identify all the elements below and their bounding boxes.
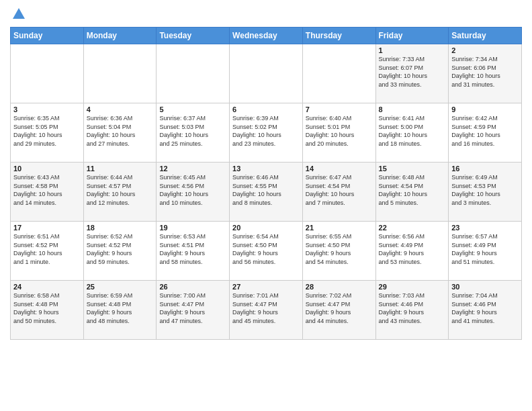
calendar-cell: 20Sunrise: 6:54 AM Sunset: 4:50 PM Dayli… xyxy=(230,222,303,281)
calendar: SundayMondayTuesdayWednesdayThursdayFrid… xyxy=(10,27,522,340)
calendar-week-2: 3Sunrise: 6:35 AM Sunset: 5:05 PM Daylig… xyxy=(11,103,522,163)
calendar-cell: 24Sunrise: 6:58 AM Sunset: 4:48 PM Dayli… xyxy=(11,281,84,340)
day-detail: Sunrise: 6:36 AM Sunset: 5:04 PM Dayligh… xyxy=(87,114,154,148)
calendar-cell: 9Sunrise: 6:42 AM Sunset: 4:59 PM Daylig… xyxy=(449,103,522,163)
calendar-cell xyxy=(230,44,303,103)
day-detail: Sunrise: 7:01 AM Sunset: 4:47 PM Dayligh… xyxy=(232,291,300,325)
day-detail: Sunrise: 6:47 AM Sunset: 4:54 PM Dayligh… xyxy=(306,173,373,207)
calendar-cell: 3Sunrise: 6:35 AM Sunset: 5:05 PM Daylig… xyxy=(11,103,84,163)
day-detail: Sunrise: 6:51 AM Sunset: 4:52 PM Dayligh… xyxy=(13,232,81,266)
day-number: 11 xyxy=(87,165,154,173)
day-detail: Sunrise: 6:58 AM Sunset: 4:48 PM Dayligh… xyxy=(13,291,81,325)
day-number: 20 xyxy=(232,224,300,232)
day-detail: Sunrise: 7:33 AM Sunset: 6:07 PM Dayligh… xyxy=(379,55,446,89)
calendar-week-5: 24Sunrise: 6:58 AM Sunset: 4:48 PM Dayli… xyxy=(11,281,522,340)
calendar-week-4: 17Sunrise: 6:51 AM Sunset: 4:52 PM Dayli… xyxy=(11,222,522,281)
day-detail: Sunrise: 6:40 AM Sunset: 5:01 PM Dayligh… xyxy=(306,114,373,148)
calendar-cell: 26Sunrise: 7:00 AM Sunset: 4:47 PM Dayli… xyxy=(157,281,230,340)
calendar-cell: 15Sunrise: 6:48 AM Sunset: 4:54 PM Dayli… xyxy=(375,163,449,222)
day-number: 5 xyxy=(159,105,226,113)
calendar-cell: 10Sunrise: 6:43 AM Sunset: 4:58 PM Dayli… xyxy=(11,163,84,222)
calendar-cell: 19Sunrise: 6:53 AM Sunset: 4:51 PM Dayli… xyxy=(157,222,230,281)
day-number: 2 xyxy=(451,46,519,54)
day-detail: Sunrise: 6:55 AM Sunset: 4:50 PM Dayligh… xyxy=(306,232,373,266)
day-number: 26 xyxy=(159,283,226,291)
calendar-cell: 22Sunrise: 6:56 AM Sunset: 4:49 PM Dayli… xyxy=(375,222,449,281)
day-detail: Sunrise: 6:59 AM Sunset: 4:48 PM Dayligh… xyxy=(87,291,154,325)
day-detail: Sunrise: 6:54 AM Sunset: 4:50 PM Dayligh… xyxy=(232,232,300,266)
day-number: 28 xyxy=(306,283,373,291)
day-number: 24 xyxy=(13,283,81,291)
day-detail: Sunrise: 6:44 AM Sunset: 4:57 PM Dayligh… xyxy=(87,173,154,207)
day-number: 1 xyxy=(379,46,446,54)
day-detail: Sunrise: 6:42 AM Sunset: 4:59 PM Dayligh… xyxy=(451,114,519,148)
calendar-cell: 18Sunrise: 6:52 AM Sunset: 4:52 PM Dayli… xyxy=(83,222,157,281)
day-number: 16 xyxy=(451,165,519,173)
calendar-cell: 11Sunrise: 6:44 AM Sunset: 4:57 PM Dayli… xyxy=(83,163,157,222)
day-number: 27 xyxy=(232,283,300,291)
calendar-cell: 1Sunrise: 7:33 AM Sunset: 6:07 PM Daylig… xyxy=(375,44,449,103)
day-number: 10 xyxy=(13,165,81,173)
day-number: 14 xyxy=(306,165,373,173)
day-number: 12 xyxy=(159,165,226,173)
calendar-cell: 7Sunrise: 6:40 AM Sunset: 5:01 PM Daylig… xyxy=(302,103,375,163)
calendar-body: 1Sunrise: 7:33 AM Sunset: 6:07 PM Daylig… xyxy=(11,44,522,340)
day-detail: Sunrise: 7:02 AM Sunset: 4:47 PM Dayligh… xyxy=(306,291,373,325)
day-number: 19 xyxy=(159,224,226,232)
day-detail: Sunrise: 6:48 AM Sunset: 4:54 PM Dayligh… xyxy=(379,173,446,207)
calendar-week-3: 10Sunrise: 6:43 AM Sunset: 4:58 PM Dayli… xyxy=(11,163,522,222)
day-detail: Sunrise: 6:57 AM Sunset: 4:49 PM Dayligh… xyxy=(451,232,519,266)
day-number: 17 xyxy=(13,224,81,232)
logo xyxy=(10,7,26,21)
day-number: 15 xyxy=(379,165,446,173)
calendar-cell: 12Sunrise: 6:45 AM Sunset: 4:56 PM Dayli… xyxy=(157,163,230,222)
weekday-header-tuesday: Tuesday xyxy=(157,28,230,44)
weekday-header-saturday: Saturday xyxy=(449,28,522,44)
day-detail: Sunrise: 6:52 AM Sunset: 4:52 PM Dayligh… xyxy=(87,232,154,266)
day-detail: Sunrise: 7:03 AM Sunset: 4:46 PM Dayligh… xyxy=(379,291,446,325)
calendar-cell: 29Sunrise: 7:03 AM Sunset: 4:46 PM Dayli… xyxy=(375,281,449,340)
calendar-cell: 17Sunrise: 6:51 AM Sunset: 4:52 PM Dayli… xyxy=(11,222,84,281)
logo-icon xyxy=(11,7,26,21)
day-number: 3 xyxy=(13,105,81,113)
day-detail: Sunrise: 6:37 AM Sunset: 5:03 PM Dayligh… xyxy=(159,114,226,148)
day-detail: Sunrise: 6:41 AM Sunset: 5:00 PM Dayligh… xyxy=(379,114,446,148)
weekday-row: SundayMondayTuesdayWednesdayThursdayFrid… xyxy=(11,28,522,44)
calendar-cell: 4Sunrise: 6:36 AM Sunset: 5:04 PM Daylig… xyxy=(83,103,157,163)
weekday-header-sunday: Sunday xyxy=(11,28,84,44)
day-detail: Sunrise: 6:49 AM Sunset: 4:53 PM Dayligh… xyxy=(451,173,519,207)
calendar-cell xyxy=(83,44,157,103)
day-number: 9 xyxy=(451,105,519,113)
day-number: 23 xyxy=(451,224,519,232)
calendar-cell xyxy=(302,44,375,103)
day-detail: Sunrise: 6:56 AM Sunset: 4:49 PM Dayligh… xyxy=(379,232,446,266)
day-number: 8 xyxy=(379,105,446,113)
calendar-cell xyxy=(157,44,230,103)
calendar-week-1: 1Sunrise: 7:33 AM Sunset: 6:07 PM Daylig… xyxy=(11,44,522,103)
svg-marker-0 xyxy=(13,8,25,19)
calendar-cell: 25Sunrise: 6:59 AM Sunset: 4:48 PM Dayli… xyxy=(83,281,157,340)
calendar-cell: 23Sunrise: 6:57 AM Sunset: 4:49 PM Dayli… xyxy=(449,222,522,281)
header xyxy=(10,7,522,21)
day-detail: Sunrise: 6:35 AM Sunset: 5:05 PM Dayligh… xyxy=(13,114,81,148)
calendar-header: SundayMondayTuesdayWednesdayThursdayFrid… xyxy=(11,28,522,44)
calendar-cell: 16Sunrise: 6:49 AM Sunset: 4:53 PM Dayli… xyxy=(449,163,522,222)
day-detail: Sunrise: 7:34 AM Sunset: 6:06 PM Dayligh… xyxy=(451,55,519,89)
calendar-cell: 13Sunrise: 6:46 AM Sunset: 4:55 PM Dayli… xyxy=(230,163,303,222)
day-number: 29 xyxy=(379,283,446,291)
weekday-header-monday: Monday xyxy=(83,28,157,44)
day-detail: Sunrise: 6:43 AM Sunset: 4:58 PM Dayligh… xyxy=(13,173,81,207)
day-number: 4 xyxy=(87,105,154,113)
day-number: 6 xyxy=(232,105,300,113)
calendar-cell: 5Sunrise: 6:37 AM Sunset: 5:03 PM Daylig… xyxy=(157,103,230,163)
day-detail: Sunrise: 6:45 AM Sunset: 4:56 PM Dayligh… xyxy=(159,173,226,207)
calendar-cell: 2Sunrise: 7:34 AM Sunset: 6:06 PM Daylig… xyxy=(449,44,522,103)
day-number: 22 xyxy=(379,224,446,232)
day-detail: Sunrise: 6:46 AM Sunset: 4:55 PM Dayligh… xyxy=(232,173,300,207)
calendar-cell: 27Sunrise: 7:01 AM Sunset: 4:47 PM Dayli… xyxy=(230,281,303,340)
day-number: 25 xyxy=(87,283,154,291)
day-detail: Sunrise: 7:04 AM Sunset: 4:46 PM Dayligh… xyxy=(451,291,519,325)
weekday-header-friday: Friday xyxy=(375,28,449,44)
day-number: 13 xyxy=(232,165,300,173)
weekday-header-wednesday: Wednesday xyxy=(230,28,303,44)
